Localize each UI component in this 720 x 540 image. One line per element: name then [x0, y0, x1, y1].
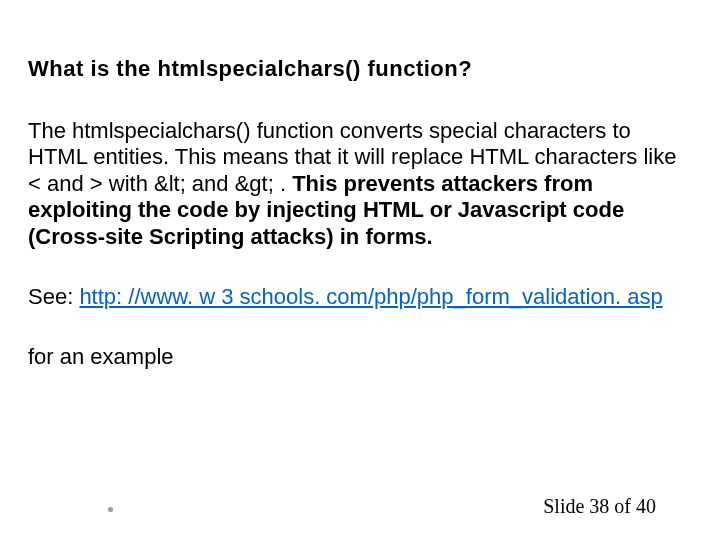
see-line: See: http: //www. w 3 schools. com/php/p…: [28, 284, 692, 310]
slide-title: What is the htmlspecialchars() function?: [28, 56, 692, 82]
slide: What is the htmlspecialchars() function?…: [0, 0, 720, 540]
slide-body: The htmlspecialchars() function converts…: [28, 118, 692, 250]
slide-footer: Slide 38 of 40: [543, 495, 656, 518]
see-link[interactable]: http: //www. w 3 schools. com/php/php_fo…: [79, 284, 662, 309]
example-line: for an example: [28, 344, 692, 370]
decorative-dot: [108, 507, 113, 512]
see-prefix: See:: [28, 284, 79, 309]
